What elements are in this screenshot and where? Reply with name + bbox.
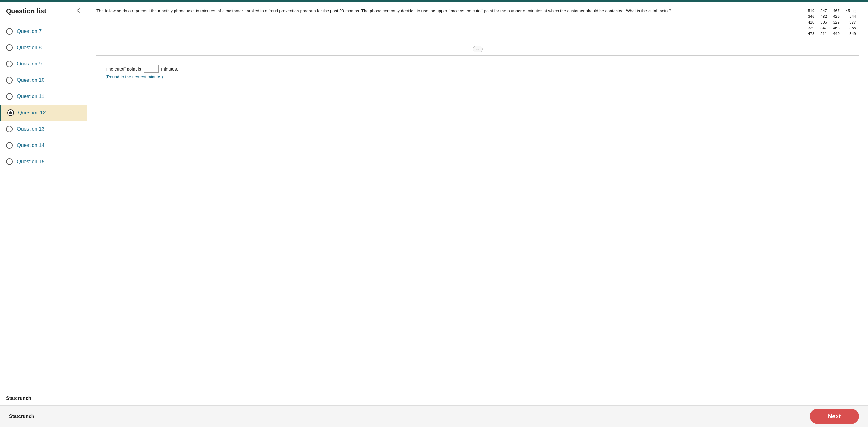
bottom-bar: Statcrunch Next bbox=[0, 405, 868, 427]
sidebar-item-label: Question 13 bbox=[17, 126, 44, 132]
table-cell: 329 bbox=[805, 25, 818, 31]
radio-circle bbox=[6, 28, 13, 35]
question-content: The following data represent the monthly… bbox=[87, 2, 868, 405]
sidebar-item-label: Question 9 bbox=[17, 61, 41, 67]
answer-suffix: minutes. bbox=[161, 66, 178, 71]
sidebar-footer: Statcrunch bbox=[0, 391, 87, 405]
question-text: The following data represent the monthly… bbox=[96, 8, 799, 36]
table-cell: 467 bbox=[830, 8, 843, 13]
table-cell: 306 bbox=[817, 19, 830, 25]
dots-button[interactable]: ··· bbox=[473, 46, 483, 53]
sidebar-item-question-10[interactable]: Question 10 bbox=[0, 72, 87, 88]
sidebar-item-question-12[interactable]: Question 12 bbox=[0, 104, 87, 121]
sidebar-item-question-14[interactable]: Question 14 bbox=[0, 137, 87, 153]
radio-circle bbox=[7, 110, 14, 116]
sidebar: Question list Question 7Question 8Questi… bbox=[0, 2, 87, 405]
sidebar-item-label: Question 14 bbox=[17, 142, 44, 148]
sidebar-list: Question 7Question 8Question 9Question 1… bbox=[0, 21, 87, 391]
table-cell: 347 bbox=[817, 8, 830, 13]
table-cell: 410 bbox=[805, 19, 818, 25]
divider-line2 bbox=[96, 56, 859, 56]
radio-circle bbox=[6, 61, 13, 67]
question-header: The following data represent the monthly… bbox=[96, 8, 859, 36]
sidebar-title: Question list bbox=[6, 7, 46, 15]
dots-container: ··· bbox=[96, 46, 859, 53]
main-layout: Question list Question 7Question 8Questi… bbox=[0, 2, 868, 405]
sidebar-header: Question list bbox=[0, 2, 87, 21]
radio-circle bbox=[6, 77, 13, 84]
sidebar-item-label: Question 12 bbox=[18, 110, 46, 116]
radio-circle bbox=[6, 142, 13, 149]
sidebar-item-label: Question 11 bbox=[17, 93, 44, 99]
table-cell: 468 bbox=[830, 25, 843, 31]
table-icon: ⬚ bbox=[853, 9, 856, 13]
sidebar-item-question-9[interactable]: Question 9 bbox=[0, 56, 87, 72]
sidebar-item-label: Question 8 bbox=[17, 44, 41, 51]
table-cell: 346 bbox=[805, 13, 818, 19]
sidebar-item-label: Question 15 bbox=[17, 159, 44, 165]
sidebar-item-label: Question 7 bbox=[17, 28, 41, 34]
table-cell: 473 bbox=[805, 31, 818, 36]
answer-section: The cutoff point is minutes. (Round to t… bbox=[96, 59, 859, 85]
table-cell: 329 bbox=[830, 19, 843, 25]
answer-prefix: The cutoff point is bbox=[105, 66, 141, 71]
collapse-icon bbox=[75, 7, 81, 13]
answer-note: (Round to the nearest minute.) bbox=[105, 74, 850, 79]
table-cell: 349 bbox=[843, 31, 859, 36]
answer-input[interactable] bbox=[144, 65, 159, 73]
divider-line bbox=[96, 42, 859, 43]
table-cell: 511 bbox=[817, 31, 830, 36]
table-cell: 519 bbox=[805, 8, 818, 13]
sidebar-item-question-15[interactable]: Question 15 bbox=[0, 153, 87, 170]
table-cell: 482 bbox=[817, 13, 830, 19]
sidebar-item-question-11[interactable]: Question 11 bbox=[0, 88, 87, 104]
sidebar-item-question-7[interactable]: Question 7 bbox=[0, 23, 87, 39]
table-cell: 451 ⬚ bbox=[843, 8, 859, 13]
radio-circle bbox=[6, 93, 13, 100]
radio-circle bbox=[6, 158, 13, 165]
sidebar-item-question-13[interactable]: Question 13 bbox=[0, 121, 87, 137]
collapse-button[interactable] bbox=[75, 7, 81, 15]
table-cell: 355 bbox=[843, 25, 859, 31]
app-container: Question list Question 7Question 8Questi… bbox=[0, 0, 868, 427]
table-cell: 544 bbox=[843, 13, 859, 19]
sidebar-item-label: Question 10 bbox=[17, 77, 44, 83]
table-cell: 440 bbox=[830, 31, 843, 36]
content-area: The following data represent the monthly… bbox=[87, 2, 868, 405]
answer-row: The cutoff point is minutes. bbox=[105, 65, 850, 73]
table-cell: 377 bbox=[843, 19, 859, 25]
sidebar-item-question-8[interactable]: Question 8 bbox=[0, 39, 87, 56]
table-cell: 347 bbox=[817, 25, 830, 31]
brand-label: Statcrunch bbox=[6, 396, 31, 401]
data-table: 519347467451 ⬚34648242954441030632937732… bbox=[805, 8, 859, 36]
radio-circle bbox=[6, 44, 13, 51]
next-button[interactable]: Next bbox=[810, 408, 859, 424]
table-cell: 429 bbox=[830, 13, 843, 19]
bottom-brand-label: Statcrunch bbox=[9, 414, 34, 419]
radio-circle bbox=[6, 126, 13, 132]
